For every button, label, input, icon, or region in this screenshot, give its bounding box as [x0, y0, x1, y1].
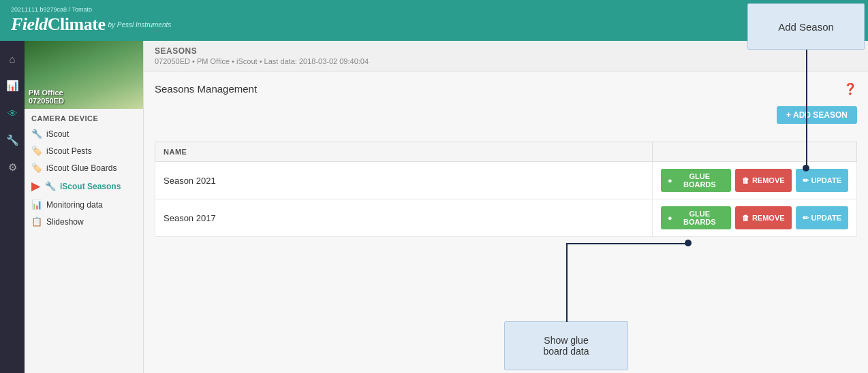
person-icon[interactable]: 👤	[788, 13, 803, 28]
app-title: FieldClimate	[11, 14, 105, 35]
sidebar-icon-chart[interactable]: 📊	[0, 74, 25, 98]
row-actions-2: ● GLUE BOARDS 🗑 REMOVE ✏ UPDATE	[661, 206, 848, 229]
add-season-row: + ADD SEASON	[155, 106, 857, 135]
table-col-name: NAME	[155, 142, 653, 162]
sidebar-icon-settings[interactable]: ⚙	[0, 155, 25, 180]
sidebar-icon-home[interactable]: ⌂	[0, 46, 25, 71]
sidebar-device-id: 072050ED	[29, 97, 64, 105]
table-row: Season 2021 ● GLUE BOARDS 🗑 REMOVE	[155, 162, 857, 199]
seasons-table: NAME Season 2021 ● GLUE BOARDS	[155, 142, 857, 237]
sidebar-item-iscout-glue-boards[interactable]: 🏷️ iScout Glue Boards	[25, 159, 143, 176]
main-header-subtitle: 072050ED • PM Office • iScout • Last dat…	[155, 57, 857, 65]
sidebar-item-monitoring[interactable]: 📊 Monitoring data	[25, 196, 143, 213]
sidebar-item-iscout-pests[interactable]: 🏷️ iScout Pests	[25, 142, 143, 159]
main-content: SEASONS 072050ED • PM Office • iScout • …	[144, 41, 868, 373]
sidebar-device-image: PM Office 072050ED	[25, 41, 143, 109]
icon-sidebar: ⌂ 📊 👁 🔧 ⚙	[0, 41, 25, 373]
sidebar-section-label: CAMERA DEVICE	[25, 109, 143, 125]
update-button-2[interactable]: ✏ UPDATE	[796, 206, 848, 229]
glue-icon-2: ●	[668, 214, 672, 222]
active-arrow-icon: ▶	[31, 180, 40, 193]
glue-icon-1: ●	[668, 176, 672, 184]
sidebar-item-slideshow-label: Slideshow	[46, 217, 84, 227]
sidebar-icon-tools[interactable]: 🔧	[0, 128, 25, 152]
table-row: Season 2017 ● GLUE BOARDS 🗑 REMOVE	[155, 199, 857, 237]
main-header: SEASONS 072050ED • PM Office • iScout • …	[144, 41, 868, 71]
sidebar-item-iscout-glue-label: iScout Glue Boards	[46, 163, 117, 173]
content-sidebar: PM Office 072050ED CAMERA DEVICE 🔧 iScou…	[25, 41, 144, 373]
season-2017-name: Season 2017	[155, 199, 653, 237]
main-body: Seasons Management ❓ + ADD SEASON NAME	[144, 71, 868, 373]
section-title-row: Seasons Management ❓	[155, 82, 857, 95]
logo-subtitle: 20211111.b9279ca8 / Tomato	[11, 6, 171, 13]
season-2021-name: Season 2021	[155, 162, 653, 199]
top-nav-icons: 👤 🏠 📡	[788, 13, 857, 28]
update-button-1[interactable]: ✏ UPDATE	[796, 169, 848, 192]
sidebar-item-monitoring-label: Monitoring data	[46, 200, 103, 210]
trash-icon-2: 🗑	[742, 214, 749, 222]
edit-icon-2: ✏	[803, 214, 809, 223]
table-col-actions	[653, 142, 857, 162]
iscout-glue-icon: 🏷️	[31, 163, 42, 173]
main-header-title: SEASONS	[155, 46, 857, 56]
top-navbar: 20211111.b9279ca8 / Tomato FieldClimate …	[0, 0, 868, 41]
sidebar-location: PM Office	[29, 88, 64, 97]
season-2017-actions: ● GLUE BOARDS 🗑 REMOVE ✏ UPDATE	[653, 199, 857, 237]
app-body: ⌂ 📊 👁 🔧 ⚙ PM Office 072050ED CAMERA DEVI…	[0, 41, 868, 373]
monitoring-icon: 📊	[31, 199, 42, 210]
remove-button-1[interactable]: 🗑 REMOVE	[735, 169, 792, 192]
remove-button-2[interactable]: 🗑 REMOVE	[735, 206, 792, 229]
help-icon[interactable]: ❓	[843, 82, 857, 95]
row-actions: ● GLUE BOARDS 🗑 REMOVE ✏ UPDATE	[661, 169, 848, 192]
home-station-icon[interactable]: 🏠	[815, 13, 830, 28]
sidebar-item-iscout[interactable]: 🔧 iScout	[25, 125, 143, 142]
wifi-icon[interactable]: 📡	[842, 13, 857, 28]
slideshow-icon: 📋	[31, 216, 42, 227]
sidebar-item-iscout-label: iScout	[46, 129, 69, 139]
sidebar-device-label: PM Office 072050ED	[29, 88, 64, 105]
edit-icon-1: ✏	[803, 176, 809, 185]
section-title-text: Seasons Management	[155, 83, 257, 95]
logo-area: 20211111.b9279ca8 / Tomato FieldClimate …	[11, 6, 171, 35]
sidebar-item-slideshow[interactable]: 📋 Slideshow	[25, 213, 143, 230]
season-2021-actions: ● GLUE BOARDS 🗑 REMOVE ✏ UPDATE	[653, 162, 857, 199]
sidebar-item-iscout-pests-label: iScout Pests	[46, 146, 92, 156]
logo-by: by Pessl Instruments	[108, 21, 171, 29]
add-season-button[interactable]: + ADD SEASON	[777, 106, 857, 124]
glue-boards-button-2[interactable]: ● GLUE BOARDS	[661, 206, 731, 229]
trash-icon-1: 🗑	[742, 176, 749, 184]
sidebar-item-iscout-seasons-label: iScout Seasons	[60, 182, 121, 191]
sidebar-item-iscout-seasons[interactable]: ▶ 🔧 iScout Seasons	[25, 176, 143, 196]
glue-boards-button-1[interactable]: ● GLUE BOARDS	[661, 169, 731, 192]
section-title-icons: ❓	[843, 82, 857, 95]
iscout-icon: 🔧	[31, 129, 42, 139]
iscout-seasons-icon: 🔧	[45, 181, 56, 191]
sidebar-icon-eye[interactable]: 👁	[0, 101, 25, 125]
iscout-pests-icon: 🏷️	[31, 146, 42, 156]
